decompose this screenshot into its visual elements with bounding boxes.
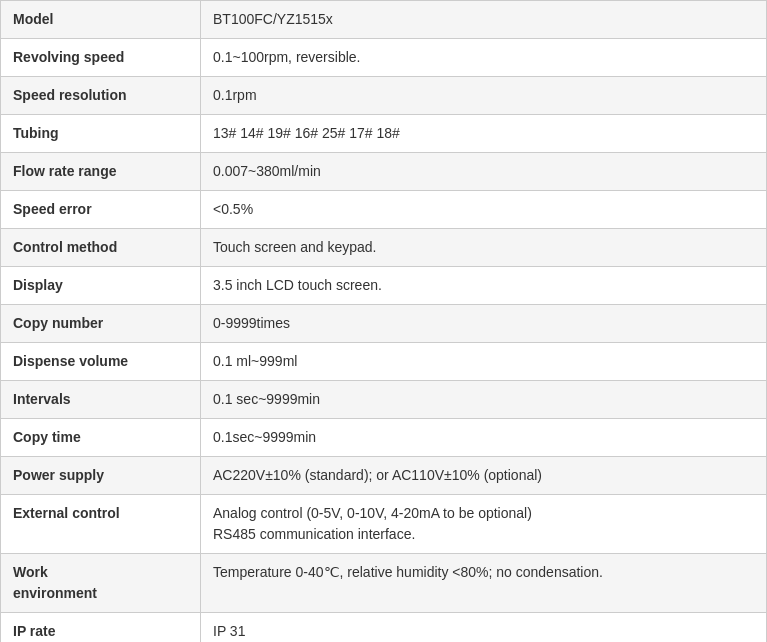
row-label: Work environment [1,554,201,613]
table-row: ModelBT100FC/YZ1515x [1,1,767,39]
table-row: Tubing13# 14# 19# 16# 25# 17# 18# [1,115,767,153]
row-label: Copy time [1,419,201,457]
row-label: Control method [1,229,201,267]
row-value: 0.1 sec~9999min [201,381,767,419]
table-row: Work environmentTemperature 0-40℃, relat… [1,554,767,613]
row-value: 0.007~380ml/min [201,153,767,191]
row-label: Dispense volume [1,343,201,381]
row-value: Touch screen and keypad. [201,229,767,267]
row-label: Power supply [1,457,201,495]
row-label: Intervals [1,381,201,419]
row-label: External control [1,495,201,554]
specs-table: ModelBT100FC/YZ1515xRevolving speed0.1~1… [0,0,767,642]
table-row: Flow rate range0.007~380ml/min [1,153,767,191]
table-row: Power supplyAC220V±10% (standard); or AC… [1,457,767,495]
row-value: <0.5% [201,191,767,229]
row-label: Flow rate range [1,153,201,191]
row-value: 0-9999times [201,305,767,343]
row-value: 0.1~100rpm, reversible. [201,39,767,77]
row-value: IP 31 [201,613,767,643]
row-label: Tubing [1,115,201,153]
table-row: IP rateIP 31 [1,613,767,643]
row-value: 3.5 inch LCD touch screen. [201,267,767,305]
row-label: Speed resolution [1,77,201,115]
row-value: 0.1sec~9999min [201,419,767,457]
table-row: Revolving speed0.1~100rpm, reversible. [1,39,767,77]
row-value: AC220V±10% (standard); or AC110V±10% (op… [201,457,767,495]
row-label: Copy number [1,305,201,343]
row-value: 13# 14# 19# 16# 25# 17# 18# [201,115,767,153]
row-value: 0.1rpm [201,77,767,115]
row-value: BT100FC/YZ1515x [201,1,767,39]
table-row: Display3.5 inch LCD touch screen. [1,267,767,305]
row-label: IP rate [1,613,201,643]
table-row: Speed error<0.5% [1,191,767,229]
row-value: 0.1 ml~999ml [201,343,767,381]
table-row: Copy number0-9999times [1,305,767,343]
table-row: Dispense volume0.1 ml~999ml [1,343,767,381]
table-row: External controlAnalog control (0-5V, 0-… [1,495,767,554]
row-label: Model [1,1,201,39]
row-value: Analog control (0-5V, 0-10V, 4-20mA to b… [201,495,767,554]
row-label: Display [1,267,201,305]
row-value: Temperature 0-40℃, relative humidity <80… [201,554,767,613]
row-label: Revolving speed [1,39,201,77]
table-row: Speed resolution0.1rpm [1,77,767,115]
table-row: Copy time0.1sec~9999min [1,419,767,457]
row-label: Speed error [1,191,201,229]
table-row: Control methodTouch screen and keypad. [1,229,767,267]
table-row: Intervals0.1 sec~9999min [1,381,767,419]
